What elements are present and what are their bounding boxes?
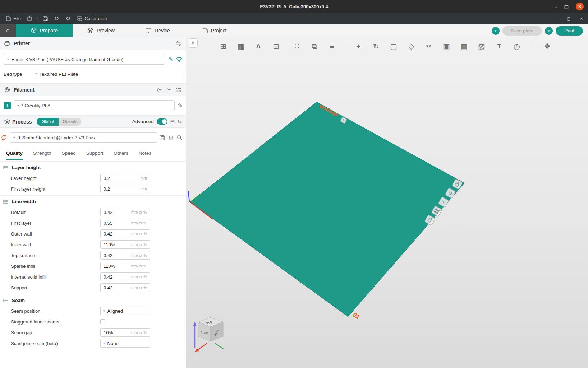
scope-objects[interactable]: Objects: [59, 118, 81, 126]
filament-edit-icon[interactable]: ✎: [178, 102, 182, 109]
line-width-default-field[interactable]: [101, 208, 134, 216]
print-button[interactable]: Print: [556, 26, 583, 36]
internal-solid-infill-input[interactable]: mm or %: [100, 272, 150, 281]
unit-label: mm or %: [131, 242, 147, 247]
auto-orient-icon[interactable]: A: [252, 40, 265, 52]
ptab-strength[interactable]: Strength: [33, 147, 52, 160]
filament-settings-icon[interactable]: [176, 87, 182, 92]
clipboard-icon[interactable]: [24, 13, 35, 24]
support-line-width-field[interactable]: [101, 284, 134, 292]
seam-painting-icon[interactable]: ▨: [476, 40, 488, 52]
preset-compare-icon[interactable]: ⇆: [178, 119, 182, 124]
add-plate-icon[interactable]: ▦: [235, 40, 247, 52]
top-surface-field[interactable]: [101, 251, 134, 259]
first-layer-height-input-field[interactable]: [101, 185, 134, 193]
ptab-speed[interactable]: Speed: [61, 147, 76, 160]
tab-prepare[interactable]: Prepare: [16, 24, 73, 37]
cut-tool-icon[interactable]: ✂: [423, 40, 435, 52]
minimize-button[interactable]: –: [554, 4, 557, 9]
advanced-toggle[interactable]: [157, 118, 167, 125]
bed-type-select[interactable]: ▾ Textured PEI Plate: [32, 69, 182, 79]
viewport-3d[interactable]: ‹› ⊞ ▦ A ⊡ ∷ ⧉ ≡ + ↻ ▢ ◇ ✂ ▣ ▤ ▨ T ◷ ❖: [186, 37, 588, 368]
view-cube[interactable]: Top Front Right: [193, 317, 224, 352]
remove-filament-icon[interactable]: (−: [166, 87, 171, 92]
variable-layer-height-icon[interactable]: ▤: [458, 40, 470, 52]
model-plate-object[interactable]: [190, 102, 464, 317]
ptab-notes[interactable]: Notes: [138, 147, 152, 160]
process-profile-select[interactable]: ▾ 0.20mm Standard @Ender-3 V3 Plus: [10, 132, 157, 143]
wifi-icon[interactable]: [176, 57, 182, 62]
app-maximize-button[interactable]: ▢: [567, 16, 571, 21]
lay-flat-tool-icon[interactable]: ◇: [405, 40, 417, 52]
split-to-objects-icon[interactable]: ∷: [291, 40, 303, 52]
close-button[interactable]: ✕: [576, 3, 584, 10]
tab-device[interactable]: Device: [129, 24, 186, 37]
object-list-icon[interactable]: ≡: [326, 40, 338, 52]
add-filament-icon[interactable]: (+: [157, 87, 161, 92]
calibration-menu[interactable]: Calibration: [74, 13, 110, 24]
outer-wall-field[interactable]: [101, 230, 134, 238]
move-tool-icon[interactable]: +: [352, 40, 364, 52]
support-line-width-input[interactable]: mm or %: [100, 283, 150, 292]
printer-settings-icon[interactable]: [176, 41, 182, 46]
search-icon[interactable]: [177, 135, 182, 140]
layer-height-input-field[interactable]: [101, 174, 134, 182]
filament-select[interactable]: ▾ * Creality PLA: [14, 100, 175, 111]
collapse-sidebar-button[interactable]: ‹›: [189, 38, 198, 48]
save-preset-icon[interactable]: [160, 135, 165, 140]
seam-position-select[interactable]: ▾ Aligned: [100, 307, 150, 315]
tab-project[interactable]: Project: [186, 24, 243, 37]
inner-wall-field[interactable]: [101, 241, 134, 248]
assembly-view-icon[interactable]: ❖: [541, 40, 553, 52]
rotate-tool-icon[interactable]: ↻: [370, 40, 382, 52]
printer-select[interactable]: ▾ Ender-3 V3 Plus (PAUSE as Change filam…: [4, 54, 165, 65]
clone-tool-icon[interactable]: ▣: [440, 40, 453, 52]
arrange-icon[interactable]: ⊡: [270, 40, 282, 52]
slice-dropdown-button[interactable]: ▾: [492, 27, 500, 35]
scene-canvas[interactable]: Untitled ✎ 01 ✎: [186, 37, 588, 368]
redo-icon[interactable]: ↻: [63, 13, 74, 24]
scope-global[interactable]: Global: [37, 118, 59, 126]
add-object-icon[interactable]: ⊞: [217, 40, 229, 52]
home-button[interactable]: ⌂: [0, 24, 16, 37]
print-dropdown-button[interactable]: ▾: [545, 27, 553, 35]
file-menu[interactable]: File: [3, 13, 24, 24]
save-icon[interactable]: [40, 13, 51, 24]
seam-gap-input[interactable]: mm or %: [100, 328, 150, 337]
first-layer-height-input[interactable]: mm: [100, 185, 150, 193]
staggered-inner-seams-checkbox[interactable]: [100, 319, 105, 324]
undo-icon[interactable]: ↺: [51, 13, 62, 24]
layer-height-input[interactable]: mm: [100, 174, 150, 182]
scarf-joint-seam-select[interactable]: ▾ None: [100, 339, 150, 348]
app-close-button[interactable]: ✕: [579, 16, 583, 21]
split-to-parts-icon[interactable]: ⧉: [308, 40, 321, 52]
filament-index-badge[interactable]: 1: [4, 102, 11, 109]
ptab-others[interactable]: Others: [113, 147, 129, 160]
outer-wall-input[interactable]: mm or %: [100, 229, 150, 238]
internal-solid-infill-field[interactable]: [101, 273, 134, 281]
app-minimize-button[interactable]: —: [554, 16, 558, 21]
sync-icon[interactable]: [1, 134, 7, 141]
setting-row: Seam position ▾ Aligned: [0, 306, 186, 316]
top-surface-input[interactable]: mm or %: [100, 251, 150, 260]
plate-number-label[interactable]: 01: [352, 311, 361, 321]
scale-tool-icon[interactable]: ▢: [387, 40, 400, 52]
preset-list-icon[interactable]: ▤: [170, 119, 175, 124]
printer-edit-icon[interactable]: ✎: [168, 56, 173, 62]
measure-tool-icon[interactable]: ◷: [511, 40, 523, 52]
line-width-first-layer-field[interactable]: [101, 219, 134, 227]
sparse-infill-input[interactable]: mm or %: [100, 262, 150, 270]
text-tool-icon[interactable]: T: [493, 40, 505, 52]
line-width-first-layer-input[interactable]: mm or %: [100, 219, 150, 227]
slice-plate-button[interactable]: Slice plate: [502, 26, 542, 36]
ptab-quality[interactable]: Quality: [6, 147, 23, 160]
delete-preset-icon[interactable]: ⊟: [169, 134, 173, 141]
filament-row: 1 ▾ * Creality PLA ✎: [0, 96, 186, 115]
ptab-support[interactable]: Support: [86, 147, 104, 160]
inner-wall-input[interactable]: mm or %: [100, 240, 150, 249]
sparse-infill-field[interactable]: [101, 262, 134, 270]
seam-gap-field[interactable]: [101, 329, 134, 336]
line-width-default-input[interactable]: mm or %: [100, 208, 150, 216]
maximize-button[interactable]: ▢: [564, 4, 569, 9]
tab-preview[interactable]: Preview: [73, 24, 129, 37]
